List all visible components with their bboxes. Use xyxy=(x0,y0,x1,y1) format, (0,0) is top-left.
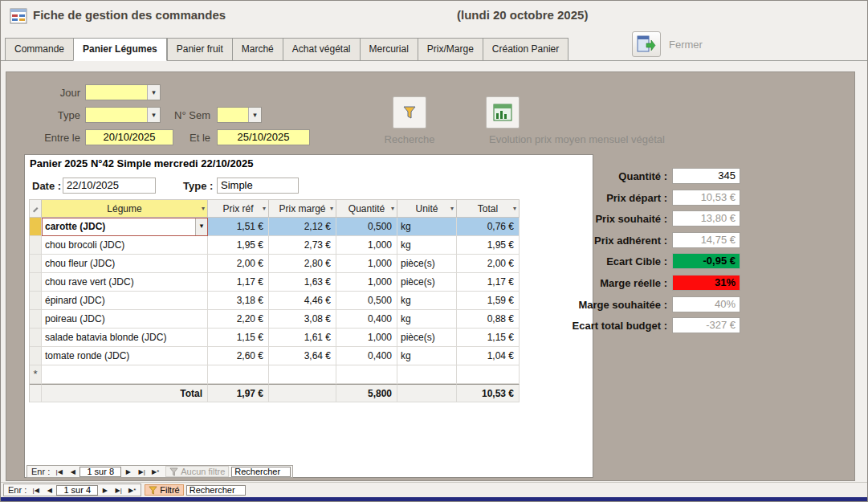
date-to-field[interactable]: 25/10/2025 xyxy=(217,129,310,145)
date-from-field[interactable]: 20/10/2025 xyxy=(85,129,173,145)
next-record-button[interactable]: ▶ xyxy=(121,468,135,475)
first-record-button[interactable]: |◀ xyxy=(29,487,43,494)
search-box[interactable]: Rechercher xyxy=(231,467,291,477)
tab-panier-fruit[interactable]: Panier fruit xyxy=(167,38,232,61)
chevron-down-icon[interactable] xyxy=(248,108,261,122)
quantite-value[interactable]: 345 xyxy=(672,168,740,184)
cell-prix-ref[interactable] xyxy=(208,365,269,384)
column-label: Légume xyxy=(107,203,141,214)
row-selector[interactable] xyxy=(30,292,42,310)
cell-quantite[interactable]: 0,500 xyxy=(336,218,397,236)
cell-prix-marge[interactable]: 3,08 € xyxy=(269,310,336,329)
cell-legume[interactable]: tomate ronde (JDC) xyxy=(42,347,208,365)
tab-creation-panier[interactable]: Création Panier xyxy=(483,38,568,61)
tab-marche[interactable]: Marché xyxy=(232,38,283,61)
tab-achat-vegetal[interactable]: Achat végétal xyxy=(283,38,360,61)
column-header-quantite[interactable]: Quantité xyxy=(336,200,397,218)
row-selector[interactable] xyxy=(30,255,42,273)
cell-quantite[interactable]: 1,000 xyxy=(336,236,397,255)
cell-prix-ref[interactable]: 1,17 € xyxy=(208,273,269,292)
subform-record-navigation: Enr : |◀ ◀ 1 sur 8 ▶ ▶| ▶* Aucun filtre … xyxy=(26,465,293,478)
close-form-button[interactable] xyxy=(632,31,661,57)
row-selector[interactable] xyxy=(30,273,42,292)
cell-total[interactable]: 1,04 € xyxy=(457,347,520,365)
combo-dropdown-icon[interactable] xyxy=(195,218,207,235)
type-combobox[interactable] xyxy=(85,107,161,123)
new-record-button[interactable]: ▶* xyxy=(125,487,139,494)
record-position-box[interactable]: 1 sur 8 xyxy=(79,467,121,477)
previous-record-button[interactable]: ◀ xyxy=(43,487,56,494)
row-selector[interactable] xyxy=(30,236,42,255)
cell-prix-marge[interactable]: 4,46 € xyxy=(269,292,336,310)
row-selector[interactable] xyxy=(30,329,42,347)
column-header-legume[interactable]: Légume xyxy=(42,200,208,218)
tab-panier-legumes[interactable]: Panier Légumes xyxy=(73,38,167,61)
cell-prix-ref[interactable]: 2,00 € xyxy=(208,255,269,273)
cell-legume[interactable]: chou fleur (JDC) xyxy=(42,255,208,273)
cell-quantite[interactable]: 0,400 xyxy=(336,347,397,365)
cell-unite[interactable]: kg xyxy=(397,347,457,365)
tab-mercurial[interactable]: Mercurial xyxy=(360,38,418,61)
cell-quantite[interactable]: 1,000 xyxy=(336,273,397,292)
row-selector[interactable] xyxy=(30,218,42,236)
cell-legume-editing[interactable]: carotte (JDC) xyxy=(42,218,208,236)
cell-prix-ref[interactable]: 1,95 € xyxy=(208,236,269,255)
cell-quantite[interactable]: 0,500 xyxy=(336,292,397,310)
cell-legume[interactable]: chou rave vert (JDC) xyxy=(42,273,208,292)
cell-unite[interactable] xyxy=(397,365,457,384)
column-header-prix-marge[interactable]: Prix margé xyxy=(269,200,336,218)
cell-prix-marge[interactable]: 2,73 € xyxy=(269,236,336,255)
filter-dropdown-icon[interactable] xyxy=(202,205,205,212)
cell-prix-marge[interactable]: 2,80 € xyxy=(269,255,336,273)
cell-prix-ref[interactable]: 2,60 € xyxy=(208,347,269,365)
cell-prix-marge[interactable]: 3,64 € xyxy=(269,347,336,365)
cell-legume[interactable]: chou brocoli (JDC) xyxy=(42,236,208,255)
date-field[interactable]: 22/10/2025 xyxy=(63,178,156,194)
num-sem-combobox[interactable] xyxy=(217,107,262,123)
cell-prix-ref[interactable]: 1,15 € xyxy=(208,329,269,347)
select-all-corner[interactable] xyxy=(30,200,42,218)
jour-combobox[interactable] xyxy=(85,84,161,100)
cell-quantite[interactable]: 0,400 xyxy=(336,310,397,329)
close-form-icon xyxy=(637,35,656,53)
cell-prix-marge[interactable] xyxy=(269,365,336,384)
recherche-button[interactable] xyxy=(393,96,426,129)
cell-total[interactable] xyxy=(457,365,520,384)
window-bottom-edge xyxy=(1,497,867,502)
cell-legume[interactable]: épinard (JDC) xyxy=(42,292,208,310)
evolution-button[interactable] xyxy=(486,96,520,129)
type-field[interactable]: Simple xyxy=(217,178,299,194)
cell-quantite[interactable] xyxy=(336,365,397,384)
cell-prix-marge[interactable]: 2,12 € xyxy=(269,218,336,236)
cell-prix-marge[interactable]: 1,63 € xyxy=(269,273,336,292)
previous-record-button[interactable]: ◀ xyxy=(66,468,79,475)
last-record-button[interactable]: ▶| xyxy=(135,468,149,475)
tab-prix-marge[interactable]: Prix/Marge xyxy=(418,38,483,61)
row-selector[interactable] xyxy=(30,310,42,329)
record-position-box[interactable]: 1 sur 4 xyxy=(56,485,98,496)
filter-dropdown-icon[interactable] xyxy=(263,205,266,212)
cell-prix-marge[interactable]: 1,61 € xyxy=(269,329,336,347)
filtre-toggle-button[interactable]: Filtré xyxy=(145,484,183,496)
cell-prix-ref[interactable]: 2,20 € xyxy=(208,310,269,329)
cell-legume[interactable] xyxy=(42,365,208,384)
filter-funnel-icon xyxy=(149,486,157,495)
cell-legume[interactable]: poireau (JDC) xyxy=(42,310,208,329)
new-record-button[interactable]: ▶* xyxy=(149,468,162,475)
next-record-button[interactable]: ▶ xyxy=(98,487,112,494)
column-header-prix-ref[interactable]: Prix réf xyxy=(208,200,269,218)
tab-commande[interactable]: Commande xyxy=(5,38,73,61)
cell-quantite[interactable]: 1,000 xyxy=(336,329,397,347)
cell-quantite[interactable]: 1,000 xyxy=(336,255,397,273)
row-selector[interactable] xyxy=(30,347,42,365)
last-record-button[interactable]: ▶| xyxy=(112,487,125,494)
filter-dropdown-icon[interactable] xyxy=(330,205,333,212)
cell-legume[interactable]: salade batavia blonde (JDC) xyxy=(42,329,208,347)
cell-prix-ref[interactable]: 1,51 € xyxy=(208,218,269,236)
chevron-down-icon[interactable] xyxy=(147,85,160,100)
search-box[interactable]: Rechercher xyxy=(186,485,246,496)
new-record-selector[interactable]: * xyxy=(30,365,42,384)
first-record-button[interactable]: |◀ xyxy=(52,468,66,475)
cell-prix-ref[interactable]: 3,18 € xyxy=(208,292,269,310)
filter-dropdown-icon[interactable] xyxy=(391,205,394,212)
